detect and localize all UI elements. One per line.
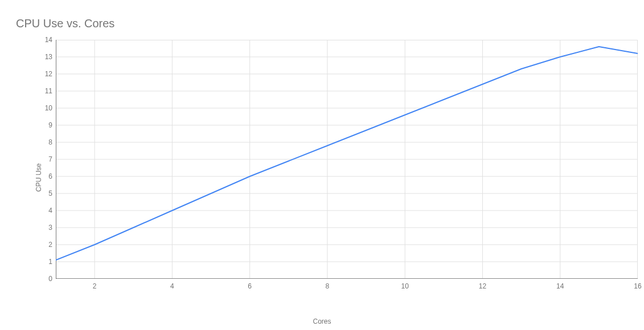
- y-tick-label: 4: [35, 207, 52, 214]
- y-tick-label: 0: [35, 275, 52, 283]
- y-tick-label: 1: [35, 258, 52, 266]
- y-tick-label: 14: [35, 36, 52, 44]
- y-tick-label: 10: [35, 104, 52, 112]
- y-tick-label: 2: [35, 241, 52, 249]
- y-tick-label: 7: [35, 155, 52, 163]
- x-tick-label: 2: [93, 282, 97, 290]
- x-tick-label: 8: [326, 282, 330, 290]
- y-tick-label: 9: [35, 121, 52, 129]
- x-tick-label: 14: [556, 282, 564, 290]
- y-tick-label: 8: [35, 138, 52, 146]
- y-tick-label: 6: [35, 172, 52, 180]
- y-tick-label: 13: [35, 53, 52, 61]
- x-axis-label: Cores: [0, 317, 644, 325]
- y-tick-label: 3: [35, 224, 52, 232]
- y-tick-label: 11: [35, 87, 52, 95]
- y-tick-label: 12: [35, 70, 52, 78]
- x-tick-label: 16: [634, 282, 641, 290]
- plot-region: [56, 40, 638, 279]
- x-tick-label: 4: [170, 282, 174, 290]
- chart-title: CPU Use vs. Cores: [16, 17, 114, 30]
- y-tick-label: 5: [35, 189, 52, 197]
- x-tick-label: 10: [401, 282, 409, 290]
- x-tick-label: 6: [248, 282, 252, 290]
- chart-area: CPU Use 01234567891011121314246810121416: [34, 40, 638, 290]
- chart-svg: [56, 40, 638, 279]
- x-tick-label: 12: [479, 282, 486, 290]
